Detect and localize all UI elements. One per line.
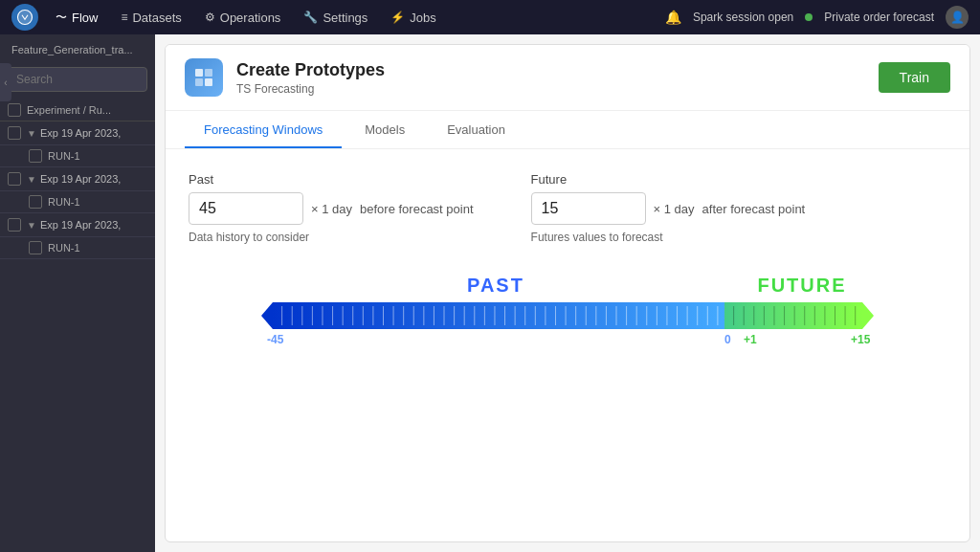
sidebar: Feature_Generation_tra... ‹ Experiment /… xyxy=(0,34,155,552)
sidebar-row-group-3[interactable]: ▼ Exp 19 Apr 2023, xyxy=(0,213,155,237)
inputs-row: Past × 1 day before forecast point Data … xyxy=(189,172,947,244)
row-checkbox-2[interactable] xyxy=(8,172,21,186)
timeline-past-bar xyxy=(273,302,724,329)
breadcrumb: Feature_Generation_tra... xyxy=(0,34,155,63)
past-label: Past xyxy=(189,172,474,187)
sidebar-collapse-button[interactable]: ‹ xyxy=(0,63,11,101)
nav-jobs-label: Jobs xyxy=(410,11,435,25)
sidebar-row-group-1[interactable]: ▼ Exp 19 Apr 2023, xyxy=(0,121,155,145)
svg-rect-3 xyxy=(195,78,203,86)
tick-label-plus1: +1 xyxy=(744,333,757,346)
subrow-text-3: RUN-1 xyxy=(48,242,80,254)
future-hint: Futures values to forecast xyxy=(531,231,806,244)
notification-bell-icon[interactable]: 🔔 xyxy=(665,10,681,25)
row-label-2: Exp 19 Apr 2023, xyxy=(40,173,121,185)
datasets-icon: ≡ xyxy=(121,11,127,24)
sidebar-table-header: Experiment / Ru... xyxy=(0,99,155,121)
subrow-text-1: RUN-1 xyxy=(48,150,80,162)
nav-right: 🔔 Spark session open Private order forec… xyxy=(665,6,969,29)
sidebar-rows: ▼ Exp 19 Apr 2023, RUN-1 ▼ Exp 19 Apr 20… xyxy=(0,121,155,259)
nav-datasets-label: Datasets xyxy=(132,11,181,25)
sidebar-subrow-2[interactable]: RUN-1 xyxy=(0,191,155,213)
panel-header: Create Prototypes TS Forecasting Train xyxy=(166,45,969,111)
future-input-group: Future × 1 day after forecast point Futu… xyxy=(531,172,806,244)
future-label: Future xyxy=(531,172,806,187)
spark-session-status: Spark session open xyxy=(693,11,793,24)
main-content: Create Prototypes TS Forecasting Train F… xyxy=(155,34,980,552)
nav-logo[interactable] xyxy=(11,4,38,31)
future-input-row: × 1 day after forecast point xyxy=(531,192,806,225)
timeline-track xyxy=(261,302,874,329)
row-chevron-2: ▼ xyxy=(27,174,36,185)
svg-point-0 xyxy=(18,11,33,25)
flow-icon: 〜 xyxy=(56,10,67,26)
header-checkbox xyxy=(8,103,27,117)
past-input-group: Past × 1 day before forecast point Data … xyxy=(189,172,474,244)
timeline-future-bar xyxy=(724,302,862,329)
nav-item-datasets[interactable]: ≡ Datasets xyxy=(111,7,190,29)
main-layout: Feature_Generation_tra... ‹ Experiment /… xyxy=(0,34,980,552)
timeline-numbers: -45 0 +1 +15 xyxy=(256,333,880,352)
subrow-checkbox-1[interactable] xyxy=(29,149,42,163)
tab-models[interactable]: Models xyxy=(345,111,424,148)
nav-item-jobs[interactable]: ⚡ Jobs xyxy=(381,7,445,29)
order-forecast-label: Private order forecast xyxy=(824,11,934,24)
past-value-input[interactable] xyxy=(189,192,303,225)
status-indicator xyxy=(805,13,813,21)
tick-label-plus15: +15 xyxy=(851,333,870,346)
search-input[interactable] xyxy=(8,67,147,92)
tab-evaluation[interactable]: Evaluation xyxy=(428,111,524,148)
tick-label-minus45: -45 xyxy=(267,333,283,346)
svg-rect-1 xyxy=(195,69,203,77)
past-input-row: × 1 day before forecast point xyxy=(189,192,474,225)
tick-label-0: 0 xyxy=(724,333,731,346)
nav-operations-label: Operations xyxy=(220,11,281,25)
experiment-column-header: Experiment / Ru... xyxy=(27,104,147,116)
settings-icon: 🔧 xyxy=(303,11,318,24)
tab-forecasting-windows[interactable]: Forecasting Windows xyxy=(185,111,342,148)
timeline-future-label: FUTURE xyxy=(757,275,846,296)
user-avatar[interactable]: 👤 xyxy=(946,6,969,29)
future-value-input[interactable] xyxy=(531,192,646,225)
nav-item-flow[interactable]: 〜 Flow xyxy=(46,6,107,30)
timeline-labels: PAST FUTURE xyxy=(261,275,874,297)
row-chevron-1: ▼ xyxy=(27,128,36,139)
sidebar-row-group-2[interactable]: ▼ Exp 19 Apr 2023, xyxy=(0,167,155,191)
tabs: Forecasting Windows Models Evaluation xyxy=(166,111,969,149)
past-multiplier: × 1 day xyxy=(311,202,352,216)
svg-rect-4 xyxy=(205,78,212,86)
row-label-1: Exp 19 Apr 2023, xyxy=(40,127,121,139)
subrow-checkbox-2[interactable] xyxy=(29,195,42,209)
future-multiplier: × 1 day xyxy=(654,202,695,216)
nav-settings-label: Settings xyxy=(323,11,368,25)
subrow-checkbox-3[interactable] xyxy=(29,241,42,254)
svg-rect-2 xyxy=(205,69,212,77)
train-button[interactable]: Train xyxy=(879,62,950,93)
nav-flow-label: Flow xyxy=(72,11,98,25)
top-nav: 〜 Flow ≡ Datasets ⚙ Operations 🔧 Setting… xyxy=(0,0,980,34)
timeline-arrow-left xyxy=(261,302,273,329)
panel-subtitle: TS Forecasting xyxy=(236,82,385,96)
nav-item-settings[interactable]: 🔧 Settings xyxy=(294,7,377,29)
subrow-text-2: RUN-1 xyxy=(48,196,80,208)
forecasting-content: Past × 1 day before forecast point Data … xyxy=(166,149,969,375)
timeline-arrow-right xyxy=(862,302,874,329)
sidebar-subrow-3[interactable]: RUN-1 xyxy=(0,237,155,259)
row-checkbox-1[interactable] xyxy=(8,126,21,140)
timeline-past-label: PAST xyxy=(467,275,524,296)
row-chevron-3: ▼ xyxy=(27,220,36,231)
sidebar-subrow-1[interactable]: RUN-1 xyxy=(0,145,155,167)
past-hint: Data history to consider xyxy=(189,231,474,244)
row-label-3: Exp 19 Apr 2023, xyxy=(40,219,121,231)
content-panel: Create Prototypes TS Forecasting Train F… xyxy=(165,44,970,542)
past-direction: before forecast point xyxy=(360,202,474,216)
row-checkbox-3[interactable] xyxy=(8,218,21,232)
future-direction: after forecast point xyxy=(702,202,806,216)
jobs-icon: ⚡ xyxy=(390,11,405,24)
timeline-visualization: PAST FUTURE xyxy=(189,275,947,352)
operations-icon: ⚙ xyxy=(205,11,215,24)
panel-title-group: Create Prototypes TS Forecasting xyxy=(236,60,385,96)
nav-item-operations[interactable]: ⚙ Operations xyxy=(195,7,291,29)
panel-icon xyxy=(185,58,223,97)
panel-title: Create Prototypes xyxy=(236,60,385,80)
